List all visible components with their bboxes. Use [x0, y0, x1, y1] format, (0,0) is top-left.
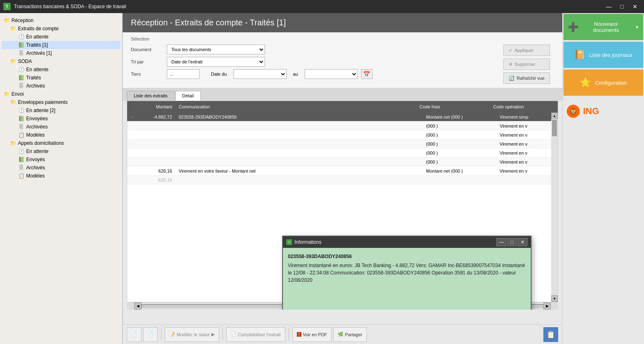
informations-popup: T Informations — □ ✕ 023558-393DABODY240…: [282, 236, 532, 310]
sidebar-item-en-attente-1[interactable]: 🕐 En attente: [2, 33, 121, 41]
sidebar-item-traites-2[interactable]: 📗 Traités: [2, 74, 121, 82]
doc-button-2[interactable]: 📄: [143, 327, 158, 342]
tab-detail[interactable]: Détail: [175, 91, 201, 101]
popup-minimize-button[interactable]: —: [496, 238, 506, 246]
appliquer-icon: ✔: [509, 48, 512, 53]
row-code-op: Virement en v: [496, 160, 558, 164]
sidebar-item-traites-1[interactable]: 📗 Traités [1]: [2, 41, 121, 49]
sidebar-item-en-attente-3[interactable]: 🕐 En attente [2]: [2, 106, 121, 115]
voir-pdf-button[interactable]: 🅰 Voir en PDF: [292, 327, 332, 342]
nouveaux-docs-button[interactable]: ➕ Nouveaux documents ▼: [563, 14, 643, 40]
config-label: Configuration: [595, 80, 626, 86]
sidebar-item-archivees[interactable]: 🗄 Archivées: [2, 123, 121, 131]
date-au-select[interactable]: [305, 69, 358, 79]
sidebar-item-en-attente-4[interactable]: 🕐 En attente: [2, 147, 121, 155]
expand-arrow: ▼: [635, 25, 639, 29]
vertical-scrollbar[interactable]: ▲ ▼: [551, 112, 558, 302]
scroll-up-button[interactable]: ▲: [551, 112, 558, 119]
partager-button[interactable]: 🌿 Partager: [333, 327, 367, 342]
table-row[interactable]: 626,16: [127, 175, 558, 184]
sidebar-item-label: En attente: [26, 34, 49, 40]
table-row[interactable]: (000 ) Virement en v: [127, 157, 558, 166]
popup-title: Informations: [294, 239, 494, 245]
document-select[interactable]: Tous les documents: [167, 45, 265, 54]
row-code-frais: Montant net (000 ): [423, 169, 496, 173]
calendar-button[interactable]: 📅: [361, 69, 372, 79]
doc-icon-1: 📄: [131, 332, 137, 337]
sidebar-item-label: Appels domiciliations: [18, 140, 64, 146]
liste-journaux-button[interactable]: 📔 Liste des journaux: [563, 42, 643, 68]
sidebar-item-envoyees[interactable]: 📗 Envoyées: [2, 115, 121, 123]
row-code-op: Virement simp: [496, 115, 558, 119]
sidebar-item-archives-3[interactable]: 🗄 Archivés: [2, 164, 121, 172]
sidebar-item-modeles-1[interactable]: 📋 Modèles: [2, 131, 121, 139]
toolbar-blue-icon-button[interactable]: 📋: [543, 327, 558, 342]
table-row[interactable]: (000 ) Virement en v: [127, 148, 558, 157]
sidebar-item-soda[interactable]: 📁 SODA: [2, 57, 121, 65]
selection-panel: Sélection Document Tous les documents Tr…: [123, 32, 562, 88]
window-controls: — □ ✕: [603, 2, 641, 11]
table-row[interactable]: (000 ) Virement en v: [127, 121, 558, 130]
sidebar-item-envoyes[interactable]: 📗 Envoyés: [2, 155, 121, 164]
config-icon: ⭐: [580, 77, 591, 88]
sidebar-item-modeles-2[interactable]: 📋 Modèles: [2, 172, 121, 180]
ing-area: 🦁 ING: [563, 101, 644, 122]
close-button[interactable]: ✕: [629, 2, 641, 11]
title-bar: T Transactions bancaires & SODA - Espace…: [0, 0, 644, 13]
tiers-input[interactable]: [167, 69, 200, 79]
doc-icon-2: 📄: [148, 332, 153, 337]
row-montant: 626,16: [139, 178, 175, 182]
th-communication: Communication: [175, 104, 416, 109]
maximize-button[interactable]: □: [616, 2, 628, 11]
selection-buttons: ✔ Appliquer ✖ Supprimer 🔄 Rafraîchir vue: [503, 45, 550, 84]
row-code-op: Virement en v: [496, 169, 558, 173]
scroll-down-button[interactable]: ▼: [551, 295, 558, 302]
table-row[interactable]: (000 ) Virement en v: [127, 139, 558, 148]
app-title: Transactions bancaires & SODA - Espace d…: [14, 4, 600, 9]
sidebar-item-extraits[interactable]: 📁 Extraits de compte: [2, 25, 121, 33]
journal-icon: 📔: [574, 49, 585, 60]
archive-icon: 🗄: [18, 50, 25, 56]
clock-icon: 🕐: [18, 107, 25, 114]
selection-fields: Document Tous les documents Tri par Date…: [131, 45, 491, 84]
table-row[interactable]: 626,16 Virement en votre faveur - Montan…: [127, 166, 558, 175]
tab-liste[interactable]: Liste des extraits: [127, 91, 175, 101]
supprimer-button[interactable]: ✖ Supprimer: [503, 58, 550, 70]
minimize-button[interactable]: —: [603, 2, 615, 11]
clock-icon: 🕐: [18, 34, 25, 40]
scroll-right-button[interactable]: ▶: [543, 302, 551, 310]
comptabiliser-button[interactable]: 📄 Comptabiliser l'extrait: [226, 327, 285, 342]
sidebar-item-archives-2[interactable]: 🗄 Archivés: [2, 82, 121, 90]
tri-select[interactable]: Date de l'extrait: [167, 57, 265, 67]
sidebar-item-label: En attente: [26, 67, 49, 72]
appliquer-button[interactable]: ✔ Appliquer: [503, 45, 550, 56]
popup-maximize-button[interactable]: □: [507, 238, 517, 246]
date-du-select[interactable]: [233, 69, 287, 79]
sidebar-item-label: En attente: [26, 148, 49, 154]
sidebar-item-en-attente-2[interactable]: 🕐 En attente: [2, 65, 121, 74]
table-row[interactable]: (000 ) Virement en v: [127, 130, 558, 139]
sidebar-item-label: Réception: [11, 18, 34, 23]
table-header: Montant Communication Code frais Code op…: [127, 101, 558, 112]
sidebar-item-label: SODA: [18, 58, 32, 64]
scroll-left-button[interactable]: ◀: [134, 302, 141, 310]
configuration-button[interactable]: ⭐ Configuration: [563, 70, 643, 96]
sidebar-item-label: Archivés: [26, 165, 45, 171]
green-check-icon: 📗: [18, 74, 25, 81]
sidebar-item-appels[interactable]: 📁 Appels domiciliations: [2, 139, 121, 147]
sidebar-item-reception[interactable]: 📁 Réception: [2, 16, 121, 25]
archive-icon: 🗄: [18, 164, 25, 171]
new-doc-icon: ➕: [568, 22, 579, 32]
rafraichir-button[interactable]: 🔄 Rafraîchir vue: [503, 72, 550, 84]
doc-button-1[interactable]: 📄: [127, 327, 141, 342]
popup-body: Virement instantané en euros: JB Tech Ba…: [288, 263, 525, 283]
sidebar-item-archives-1[interactable]: 🗄 Archivés [1]: [2, 49, 121, 57]
row-communication: Virement en votre faveur - Montant net: [175, 169, 423, 173]
table-row[interactable]: ▶ -4.882,72 023558-393DABODY240856 Monta…: [127, 112, 558, 121]
modifier-statut-button[interactable]: 📝 Modifier le statut ▶: [165, 327, 219, 342]
sidebar-item-label: Extraits de compte: [18, 26, 58, 31]
sidebar-item-envoi[interactable]: 📁 Envoi: [2, 90, 121, 98]
popup-close-button[interactable]: ✕: [518, 238, 527, 246]
sidebar-item-enveloppes[interactable]: 📁 Enveloppes paiements: [2, 98, 121, 106]
sidebar: 📁 Réception 📁 Extraits de compte 🕐 En at…: [0, 13, 123, 344]
